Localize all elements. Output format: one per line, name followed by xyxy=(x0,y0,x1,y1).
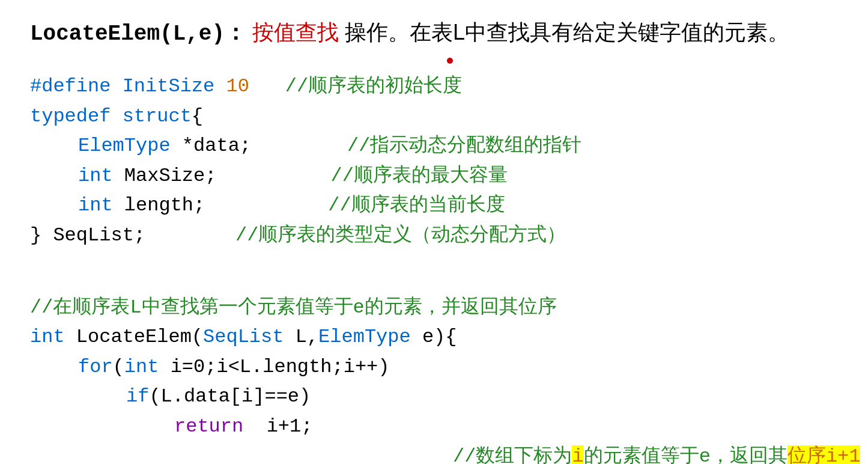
section-gap xyxy=(30,269,838,293)
define-line: #define InitSize 10 //顺序表的初始长度 xyxy=(30,72,838,102)
function-comment-text: //在顺序表L中查找第一个元素值等于e的元素，并返回其位序 xyxy=(30,293,557,323)
title-description-black: 操作。在表L中查找具有给定关键字值的元素。 xyxy=(345,20,789,44)
if-line: if(L.data[i]==e) xyxy=(30,382,838,412)
function-signature: LocateElem(L,e)： xyxy=(30,22,246,46)
int-keyword-for: int xyxy=(124,352,159,382)
define-value: 10 xyxy=(214,72,249,102)
title-line: LocateElem(L,e)： 按值查找 操作。在表L中查找具有给定关键字值的… xyxy=(30,18,838,47)
param-e: e){ xyxy=(411,322,457,352)
typedef-line: typedef struct{ xyxy=(30,102,838,132)
define-keyword: #define xyxy=(30,72,123,102)
if-condition: (L.data[i]==e) xyxy=(149,382,311,412)
seqlist-line: } SeqList; //顺序表的类型定义（动态分配方式） xyxy=(30,221,838,251)
elemtype-line: ElemType *data; //指示动态分配数组的指针 xyxy=(30,131,838,161)
highlight-i: i xyxy=(572,445,583,464)
define-comment: //顺序表的初始长度 xyxy=(285,72,462,102)
for-body: i=0;i<L.length;i++) xyxy=(159,352,389,382)
elemtype-type: ElemType xyxy=(318,322,411,352)
maxsize-comment: //顺序表的最大容量 xyxy=(330,161,507,191)
struct-open-brace: { xyxy=(192,102,203,132)
int-keyword-func: int xyxy=(30,322,76,352)
function-signature-line: int LocateElem(SeqList L,ElemType e){ xyxy=(30,322,838,352)
param-l: L, xyxy=(284,322,318,352)
function-comment-line: //在顺序表L中查找第一个元素值等于e的元素，并返回其位序 xyxy=(30,293,838,323)
function-section: //在顺序表L中查找第一个元素值等于e的元素，并返回其位序 int Locate… xyxy=(30,293,838,464)
length-field: length; xyxy=(124,191,205,221)
close-brace: } SeqList; xyxy=(30,221,145,251)
comment-prefix-1: //数组下标为 xyxy=(453,445,572,464)
return-i-comment: //数组下标为i的元素值等于e，返回其位序i+1 xyxy=(360,412,860,464)
for-line: for(int i=0;i<L.length;i++) xyxy=(30,352,838,382)
elemtype-keyword: ElemType xyxy=(78,131,182,161)
comment-middle: 的元素值等于e，返回其 xyxy=(584,445,788,464)
return-i-line: return i+1; //数组下标为i的元素值等于e，返回其位序i+1 xyxy=(30,412,838,464)
highlight-pos: 位序 xyxy=(788,445,826,464)
red-dot-indicator xyxy=(447,58,453,64)
elemtype-comment: //指示动态分配数组的指针 xyxy=(347,131,581,161)
return-value-1: i+1; xyxy=(243,412,312,442)
seqlist-comment: //顺序表的类型定义（动态分配方式） xyxy=(235,221,566,251)
length-comment: //顺序表的当前长度 xyxy=(328,191,505,221)
maxsize-field: MaxSize; xyxy=(124,161,217,191)
define-name: InitSize xyxy=(123,72,215,102)
return-keyword-1: return xyxy=(174,412,243,442)
length-line: int length; //顺序表的当前长度 xyxy=(30,191,838,221)
int-keyword-1: int xyxy=(78,161,124,191)
int-keyword-2: int xyxy=(78,191,124,221)
for-open: ( xyxy=(113,352,124,382)
for-keyword: for xyxy=(78,352,113,382)
typedef-keyword: typedef xyxy=(30,102,123,132)
highlight-i1: i+1 xyxy=(826,445,861,464)
locate-elem-call: LocateElem( xyxy=(76,322,203,352)
page-container: LocateElem(L,e)： 按值查找 操作。在表L中查找具有给定关键字值的… xyxy=(30,18,838,464)
struct-keyword: struct xyxy=(123,102,192,132)
seqlist-type: SeqList xyxy=(203,322,284,352)
title-description-red: 按值查找 xyxy=(252,20,339,44)
if-keyword: if xyxy=(126,382,149,412)
struct-section: #define InitSize 10 //顺序表的初始长度 typedef s… xyxy=(30,72,838,251)
maxsize-line: int MaxSize; //顺序表的最大容量 xyxy=(30,161,838,191)
comment-i1-space: i+1 xyxy=(826,445,861,464)
data-field: *data; xyxy=(182,131,251,161)
